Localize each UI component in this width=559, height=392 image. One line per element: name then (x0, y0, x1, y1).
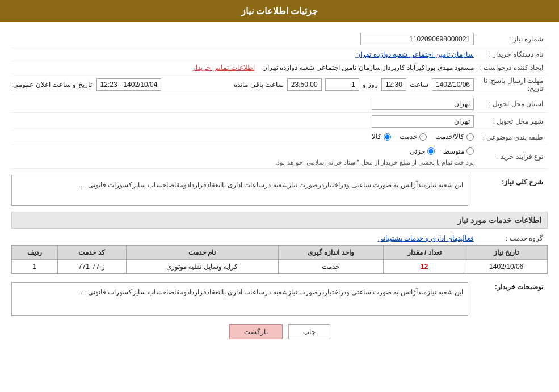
shahr-input: تهران (372, 115, 474, 128)
col-kod-khadamat: کد خدمت (57, 246, 126, 260)
shomara-niaz-row: شماره نیاز : 1102090698000021 (11, 31, 548, 48)
ijad-konande-label: ایجاد کننده درخواست : (474, 64, 548, 71)
radio-khadamat-input[interactable] (419, 133, 427, 141)
radio-motoset-label: متوسط (443, 147, 464, 155)
services-table: تاریخ نیاز تعداد / مقدار واحد اندازه گیر… (11, 245, 548, 274)
sharh-label: شرح کلی نیاز: (502, 178, 543, 186)
col-tarikh-niaz: تاریخ نیاز (465, 246, 548, 260)
noue-farayand-row: نوع فرآیند خرید : متوسط جزئی پرداخت تمام… (11, 145, 548, 170)
ijad-konande-row: ایجاد کننده درخواست : مسعود مهدی بوراکیر… (11, 61, 548, 74)
mohlat-date-box: 1402/10/06 (432, 78, 474, 91)
cell-vahed: خدمت (278, 260, 383, 274)
mohlat-saat-label: ساعت (410, 81, 428, 88)
mohlat-saat-box: 12:30 (381, 78, 406, 91)
radio-khadamat[interactable]: خدمت (400, 133, 427, 141)
page-container: جزئیات اطلاعات نیاز شماره نیاز : 1102090… (0, 0, 559, 392)
col-radif: ردیف (12, 246, 58, 260)
shomara-niaz-value: 1102090698000021 (11, 33, 474, 45)
radio-motoset-input[interactable] (466, 147, 474, 155)
cell-kod-khadamat: ز-77-771 (57, 260, 126, 274)
group-khadamat-link[interactable]: فعالیتهای اداری و خدمات پشتیبانی (378, 234, 474, 242)
group-khadamat-row: گروه خدمت : فعالیتهای اداری و خدمات پشتی… (11, 232, 548, 245)
name-dastgah-label: نام دستگاه خریدار : (474, 50, 548, 58)
cell-tarikh: 1402/10/06 (465, 260, 548, 274)
tabaqe-label: طبقه بندی موضوعی : (474, 133, 548, 141)
radio-kala-input[interactable] (384, 133, 391, 141)
radio-kala-khadamat-input[interactable] (466, 133, 474, 141)
sharh-value-box: این شعبه نیازمندآژانس به صورت ساعتی ودرا… (11, 175, 468, 206)
radio-kala-khadamat-label: کالا/خدمت (435, 133, 464, 141)
ostan-value: تهران (11, 98, 474, 110)
ijad-konande-value: مسعود مهدی بوراکیرآباد کاربرداز سازمان ت… (11, 64, 474, 71)
tozihat-label: توضیحات خریدار: (495, 283, 543, 291)
ijad-konande-link[interactable]: اطلاعات تماس خریدار (192, 64, 255, 71)
mohlat-roz-box: 1 (325, 78, 359, 91)
radio-khadamat-label: خدمت (400, 133, 417, 141)
radio-jozei[interactable]: جزئی (410, 147, 435, 155)
col-vahed: واحد اندازه گیری (278, 246, 383, 260)
noue-farayand-value: متوسط جزئی پرداخت تمام یا بخشی از مبلغ خ… (11, 147, 474, 167)
name-dastgah-row: نام دستگاه خریدار : سازمان تامین اجتماعی… (11, 48, 548, 61)
mohlat-value: 1402/10/06 ساعت 12:30 روز و 1 23:50:00 س… (173, 78, 474, 91)
main-content: شماره نیاز : 1102090698000021 نام دستگاه… (0, 22, 559, 353)
tabaqe-value: کالا/خدمت خدمت کالا (11, 133, 474, 142)
mohlat-row: مهلت ارسال پاسخ: تا تاریخ: 1402/10/06 سا… (11, 74, 548, 95)
ijad-konande-text: مسعود مهدی بوراکیرآباد کاربرداز سازمان ت… (262, 64, 474, 71)
col-name-khadamat: نام خدمت (126, 246, 278, 260)
cell-name-khadamat: کرایه وسایل نقلیه موتوری (126, 260, 278, 274)
radio-kala[interactable]: کالا (372, 133, 391, 141)
radio-jozei-input[interactable] (427, 147, 435, 155)
services-section: اطلاعات خدمات مورد نیاز گروه خدمت : فعال… (11, 212, 548, 316)
tabaqe-row: طبقه بندی موضوعی : کالا/خدمت خدمت کالا (11, 130, 548, 145)
name-dastgah-value: سازمان تامین اجتماعی شعبه دوازده تهران (11, 50, 474, 58)
table-row: 1402/10/06 12 خدمت کرایه وسایل نقلیه موت… (12, 260, 548, 274)
print-button[interactable]: چاپ (288, 324, 330, 339)
cell-radif: 1 (12, 260, 58, 274)
ostan-input: تهران (372, 98, 474, 110)
tozihat-value-box: این شعبه نیازمندآژانس به صورت ساعتی ودرا… (11, 282, 468, 316)
group-khadamat-value: فعالیتهای اداری و خدمات پشتیبانی (11, 234, 474, 242)
mohlat-roz-label: روز و (363, 81, 378, 88)
back-button[interactable]: بازگشت (229, 324, 283, 339)
process-note: پرداخت تمام یا بخشی از مبلغ خریدار از مح… (11, 159, 474, 166)
sharh-section: شرح کلی نیاز: این شعبه نیازمندآژانس به ص… (11, 175, 548, 206)
khadamat-section-title: اطلاعات خدمات مورد نیاز (11, 212, 548, 229)
radio-jozei-label: جزئی (410, 147, 425, 155)
tarikh-value: 1402/10/04 - 12:23 (96, 78, 162, 91)
tarikh-label: تاریخ و ساعت اعلان عمومی: (11, 81, 92, 88)
footer-buttons: چاپ بازگشت (11, 324, 548, 339)
radio-kala-label: کالا (372, 133, 381, 141)
tozihat-section: توضیحات خریدار: این شعبه نیازمندآژانس به… (11, 280, 548, 316)
page-title: جزئیات اطلاعات نیاز (241, 6, 318, 16)
table-header-row: تاریخ نیاز تعداد / مقدار واحد اندازه گیر… (12, 246, 548, 260)
noue-farayand-label: نوع فرآیند خرید : (474, 153, 548, 161)
radio-kala-khadamat[interactable]: کالا/خدمت (435, 133, 474, 141)
tozihat-value-text: این شعبه نیازمندآژانس به صورت ساعتی ودرا… (81, 289, 463, 296)
mohlat-baqi-label: ساعت باقی مانده (234, 81, 284, 88)
page-header: جزئیات اطلاعات نیاز (0, 0, 559, 22)
radio-motoset[interactable]: متوسط (443, 147, 474, 155)
ostan-label: استان محل تحویل : (474, 100, 548, 108)
shahr-row: شهر محل تحویل : تهران (11, 113, 548, 130)
group-khadamat-label: گروه خدمت : (474, 234, 548, 242)
col-tedad: تعداد / مقدار (383, 246, 465, 260)
cell-tedad: 12 (383, 260, 465, 274)
shahr-label: شهر محل تحویل : (474, 117, 548, 125)
ostan-row: استان محل تحویل : تهران (11, 95, 548, 113)
mohlat-label: مهلت ارسال پاسخ: تا تاریخ: (474, 77, 548, 92)
shomara-niaz-label: شماره نیاز : (474, 35, 548, 43)
mohlat-saat-mande-box: 23:50:00 (287, 78, 322, 91)
shomara-niaz-input: 1102090698000021 (360, 33, 474, 45)
sharh-value-text: این شعبه نیازمندآژانس به صورت ساعتی ودرا… (81, 182, 463, 188)
shahr-value: تهران (11, 115, 474, 128)
name-dastgah-link[interactable]: سازمان تامین اجتماعی شعبه دوازده تهران (355, 50, 474, 58)
